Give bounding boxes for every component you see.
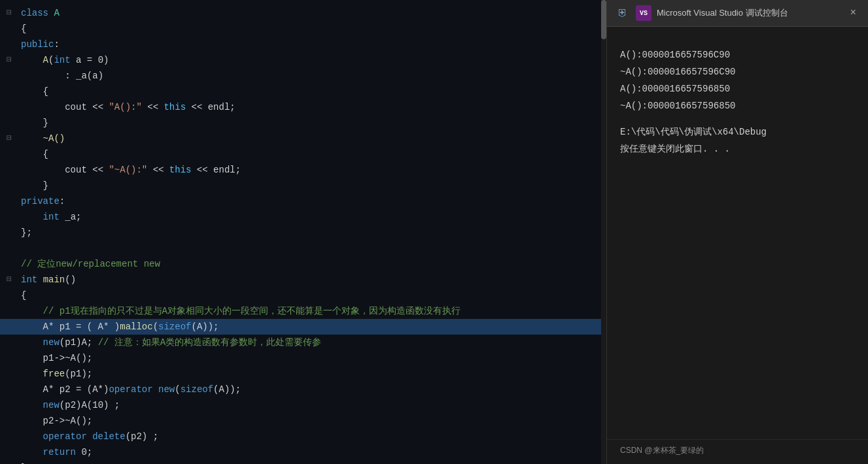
token: "A():": [109, 102, 141, 112]
line-content: A* p2 = (A*)operator new(sizeof(A));: [16, 382, 241, 397]
token: (: [153, 322, 158, 332]
token: this: [164, 102, 186, 112]
line-content: : _a(a): [16, 68, 103, 84]
token: private: [21, 196, 60, 207]
token: class: [21, 8, 48, 18]
line-content: }: [16, 460, 26, 464]
fold-gutter: [3, 382, 16, 397]
line-content: public:: [16, 37, 60, 52]
terminal-output-line: ~A():0000016657596C90: [620, 63, 855, 80]
token: }: [43, 118, 48, 128]
token: {: [43, 149, 48, 159]
line-content: }: [16, 178, 48, 193]
fold-gutter: [3, 256, 16, 272]
line-content: new(p2)A(10) ;: [16, 397, 120, 413]
token: A: [43, 55, 48, 65]
token: [37, 274, 43, 285]
token: this: [169, 165, 192, 175]
token: "~A():": [109, 165, 147, 175]
scrollbar-thumb[interactable]: [601, 0, 606, 39]
token: }: [43, 180, 48, 191]
terminal-title: Microsoft Visual Studio 调试控制台: [657, 7, 841, 19]
token: (p2) ;: [126, 431, 158, 442]
line-content: };: [16, 225, 32, 240]
token: A: [48, 8, 60, 18]
token: ~A(): [43, 133, 65, 144]
token: int: [43, 212, 60, 222]
fold-gutter[interactable]: ⊟: [3, 52, 16, 68]
fold-gutter: [3, 225, 16, 240]
terminal-titlebar: ⛨ VS Microsoft Visual Studio 调试控制台 ×: [607, 0, 868, 27]
shield-icon: ⛨: [615, 5, 631, 21]
vs-icon: VS: [636, 5, 651, 21]
token: (p1)A;: [60, 337, 98, 348]
token: // 注意：如果A类的构造函数有参数时，此处需要传参: [98, 337, 322, 348]
line-content: int _a;: [16, 209, 81, 225]
fold-gutter[interactable]: ⊟: [3, 131, 16, 146]
vertical-scrollbar[interactable]: [601, 0, 606, 464]
fold-gutter: [3, 429, 16, 444]
token: sizeof: [158, 322, 191, 332]
token: : _a(a): [65, 71, 103, 81]
token: new: [43, 400, 60, 410]
line-content: cout << "A():" << this << endl;: [16, 99, 235, 115]
token: A* p1 = ( A* ): [43, 322, 120, 332]
fold-gutter: [3, 178, 16, 193]
token: << endl;: [186, 102, 235, 112]
token: int: [54, 55, 70, 65]
token: p1->~A();: [43, 353, 93, 363]
terminal-prompt-line: 按任意键关闭此窗口. . .: [620, 141, 855, 157]
line-content: {: [16, 146, 48, 162]
fold-gutter: [3, 303, 16, 319]
terminal-footer: CSDN @来杯茶_要绿的: [607, 439, 868, 464]
line-content: p2->~A();: [16, 413, 92, 429]
token: public: [21, 39, 54, 50]
line-content: }: [16, 115, 48, 131]
token: free: [43, 369, 65, 379]
fold-gutter: [3, 460, 16, 464]
token: (): [65, 274, 76, 285]
line-content: {: [16, 84, 48, 99]
close-button[interactable]: ×: [846, 6, 860, 20]
line-content: return 0;: [16, 444, 92, 460]
token: (A));: [213, 384, 241, 395]
terminal-output-line: ~A():0000016657596850: [620, 97, 855, 114]
fold-gutter: [3, 68, 16, 84]
line-content: [16, 240, 21, 256]
token: sizeof: [181, 384, 213, 395]
fold-gutter: [3, 162, 16, 178]
line-content: {: [16, 21, 26, 37]
fold-gutter[interactable]: ⊟: [3, 272, 16, 288]
line-content: ~A(): [16, 131, 65, 146]
line-content: operator delete(p2) ;: [16, 429, 158, 444]
fold-gutter: [3, 37, 16, 52]
line-content: A(int a = 0): [16, 52, 109, 68]
token: // 定位new/replacement new: [21, 259, 160, 269]
token: main: [43, 274, 65, 285]
token: new: [43, 337, 60, 348]
token: };: [21, 227, 32, 238]
fold-gutter: [3, 193, 16, 209]
token: cout <<: [65, 102, 109, 112]
token: p2->~A();: [43, 416, 93, 426]
fold-gutter: [3, 366, 16, 382]
terminal-body: A():0000016657596C90~A():0000016657596C9…: [607, 27, 868, 439]
token: (: [175, 384, 180, 395]
line-content: private:: [16, 193, 65, 209]
terminal-output-line: A():0000016657596850: [620, 80, 855, 97]
token: << endl;: [191, 165, 241, 175]
line-content: class A: [16, 5, 60, 21]
terminal-output-line: A():0000016657596C90: [620, 46, 855, 63]
token: a = 0): [71, 55, 109, 65]
fold-gutter: [3, 209, 16, 225]
terminal-path-line: E:\代码\代码\伪调试\x64\Debug: [620, 124, 855, 141]
token: <<: [142, 102, 164, 112]
fold-gutter: [3, 146, 16, 162]
fold-gutter: [3, 84, 16, 99]
token: :: [60, 196, 65, 207]
token: {: [21, 24, 26, 34]
line-content: int main(): [16, 272, 76, 288]
token: _a;: [60, 212, 82, 222]
token: (A));: [191, 322, 218, 332]
fold-gutter[interactable]: ⊟: [3, 5, 16, 21]
